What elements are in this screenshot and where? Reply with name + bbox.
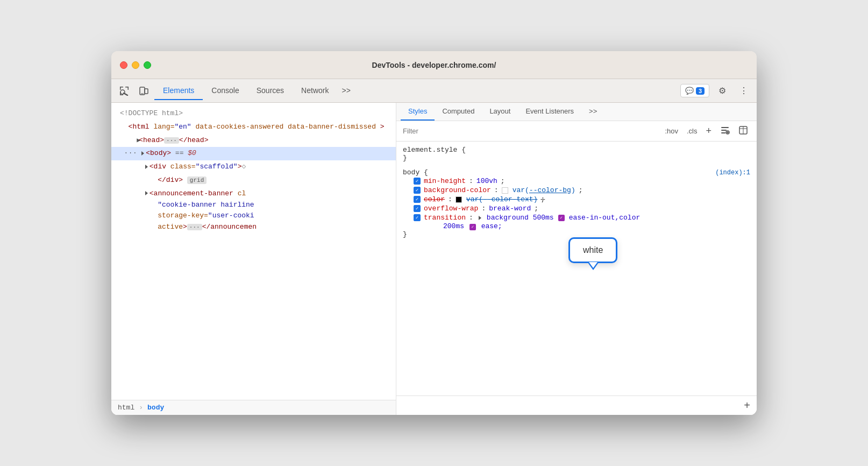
top-toolbar: Elements Console Sources Network >> 💬 3 …: [111, 79, 757, 103]
purple-check-1: [558, 215, 565, 221]
titlebar: DevTools - developer.chrome.com/: [111, 51, 757, 79]
prop-transition-val2: ease-in-out,color: [569, 214, 641, 222]
purple-check-2: [469, 224, 476, 230]
elements-panel: <!DOCTYPE html> <html lang="en" data-coo…: [111, 103, 396, 415]
body-source-link[interactable]: (index):1: [715, 169, 750, 176]
body-selector: body {: [403, 168, 428, 176]
element-picker-icon[interactable]: [116, 82, 133, 100]
toolbar-right: 💬 3 ⚙ ⋮: [680, 82, 752, 100]
prop-bg-color-checkbox[interactable]: [414, 187, 421, 194]
minimize-button[interactable]: [132, 61, 139, 69]
prop-colon-1: :: [469, 177, 473, 185]
prop-transition-val3: 200ms: [443, 222, 464, 230]
tab-computed[interactable]: Computed: [435, 103, 482, 121]
issues-count: 3: [696, 87, 705, 95]
head-line[interactable]: ▶<head>···</head>: [111, 134, 396, 147]
tab-event-listeners[interactable]: Event Listeners: [518, 103, 581, 121]
prop-color-name: color: [424, 195, 445, 203]
prop-overflow-wrap: overflow-wrap : break-word;: [403, 204, 750, 213]
svg-rect-12: [721, 130, 727, 131]
div-end-line[interactable]: </div> grid: [111, 174, 396, 187]
tab-sources[interactable]: Sources: [248, 82, 293, 100]
filter-actions: :hov .cls +: [663, 124, 750, 138]
maximize-button[interactable]: [144, 61, 151, 69]
prop-transition-val4: ease;: [481, 222, 502, 230]
bg-color-swatch[interactable]: [502, 187, 508, 194]
prop-min-height-value: 100vh: [476, 177, 497, 185]
styles-more-tabs[interactable]: >>: [581, 103, 604, 121]
issues-badge[interactable]: 💬 3: [680, 84, 709, 97]
breadcrumb-bar: html › body: [111, 400, 396, 415]
styles-tabs: Styles Computed Layout Event Listeners >…: [396, 103, 757, 121]
body-selector-row: body { (index):1: [403, 168, 750, 176]
prop-bg-color-name: background-color: [424, 186, 491, 194]
prop-transition-continuation: 200ms ease;: [403, 222, 750, 230]
tab-layout[interactable]: Layout: [482, 103, 518, 121]
element-style-selector: element.style {: [403, 146, 750, 154]
new-style-rule-icon[interactable]: [718, 124, 732, 138]
device-toolbar-icon[interactable]: [135, 82, 152, 100]
tab-console[interactable]: Console: [203, 82, 247, 100]
div-scaffold-line[interactable]: <div class="scaffold">◇: [111, 160, 396, 174]
main-tab-bar: Elements Console Sources Network >>: [154, 82, 355, 100]
body-rule-block: body { (index):1 min-height : 100vh;: [403, 168, 750, 238]
main-content: <!DOCTYPE html> <html lang="en" data-coo…: [111, 103, 757, 415]
svg-rect-9: [145, 89, 148, 94]
prop-transition-name: transition: [424, 214, 466, 222]
prop-overflow-wrap-checkbox[interactable]: [414, 205, 421, 212]
add-style-button[interactable]: +: [703, 124, 714, 138]
svg-rect-11: [721, 127, 729, 128]
traffic-lights: [120, 61, 151, 69]
color-value-tooltip: white: [568, 237, 617, 263]
color-swatch[interactable]: [456, 196, 462, 203]
announcement-line[interactable]: <announcement-banner cl "cookie-banner h…: [111, 187, 396, 234]
close-button[interactable]: [120, 61, 127, 69]
prop-overflow-wrap-name: overflow-wrap: [424, 204, 478, 213]
prop-overflow-wrap-value: break-word: [489, 204, 531, 213]
prop-transition: transition : background 500ms ease-in-ou…: [403, 213, 750, 222]
doctype-line: <!DOCTYPE html>: [111, 107, 396, 121]
prop-min-height-checkbox[interactable]: [414, 178, 421, 185]
color-bg-link[interactable]: --color-bg: [529, 186, 571, 194]
tab-styles[interactable]: Styles: [401, 103, 435, 121]
add-style-rule-button[interactable]: +: [744, 399, 750, 412]
tab-elements[interactable]: Elements: [154, 82, 203, 100]
prop-min-height: min-height : 100vh;: [403, 176, 750, 186]
html-line[interactable]: <html lang="en" data-cookies-answered da…: [111, 121, 396, 134]
settings-icon[interactable]: ⚙: [714, 82, 731, 100]
breadcrumb-body[interactable]: body: [147, 404, 164, 412]
elements-content[interactable]: <!DOCTYPE html> <html lang="en" data-coo…: [111, 103, 396, 400]
styles-panel: Styles Computed Layout Event Listeners >…: [396, 103, 757, 415]
prop-colon-2: :: [494, 186, 499, 194]
computed-styles-icon[interactable]: [736, 124, 750, 138]
hov-button[interactable]: :hov: [663, 126, 680, 136]
prop-min-height-name: min-height: [424, 177, 466, 185]
styles-content[interactable]: element.style { } body { (index):1 min-h…: [396, 142, 757, 396]
prop-colon-5: :: [469, 214, 473, 222]
cls-button[interactable]: .cls: [685, 126, 700, 136]
prop-transition-checkbox[interactable]: [414, 214, 421, 221]
element-style-block: element.style { }: [403, 146, 750, 162]
prop-colon-3: :: [448, 195, 452, 203]
filter-input[interactable]: [403, 127, 658, 135]
element-style-close: }: [403, 154, 750, 162]
breadcrumb-sep: ›: [139, 404, 143, 412]
prop-color: color : var(--color-text);: [403, 195, 750, 204]
svg-point-7: [120, 90, 125, 94]
styles-bottom-bar: +: [396, 396, 757, 415]
tab-network[interactable]: Network: [293, 82, 337, 100]
svg-rect-1: [120, 87, 121, 90]
svg-rect-5: [128, 87, 129, 90]
prop-bg-color-value: var(--color-bg): [513, 186, 575, 194]
prop-colon-4: :: [481, 204, 486, 213]
menu-icon[interactable]: ⋮: [735, 82, 752, 100]
transition-expand-icon[interactable]: [479, 216, 481, 220]
prop-color-value: var(--color-text): [466, 195, 538, 203]
tooltip-text: white: [583, 245, 603, 255]
body-line[interactable]: ··· <body> == $0: [111, 147, 396, 160]
prop-background-color: background-color : var(--color-bg);: [403, 186, 750, 195]
prop-color-checkbox[interactable]: [414, 196, 421, 203]
devtools-body: Elements Console Sources Network >> 💬 3 …: [111, 79, 757, 415]
more-tabs-button[interactable]: >>: [337, 82, 354, 100]
breadcrumb-html[interactable]: html: [118, 404, 134, 412]
